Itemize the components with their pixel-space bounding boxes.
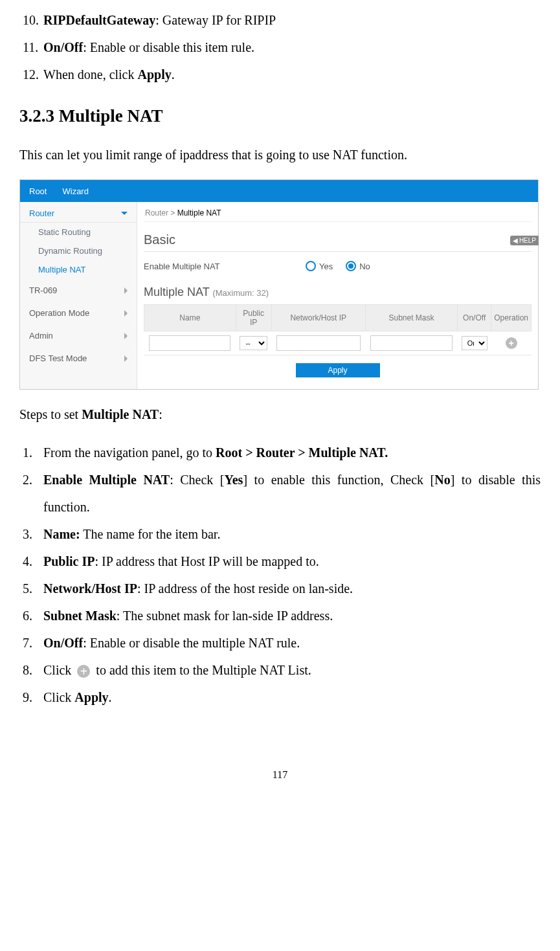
col-operation: Operation (491, 305, 532, 331)
tab-root[interactable]: Root (29, 180, 47, 202)
text: : Enable or disable the multiple NAT rul… (83, 636, 300, 650)
definition: : Gateway IP for RIPIP (155, 13, 276, 27)
radio-icon (306, 261, 316, 271)
radio-no[interactable]: No (346, 261, 370, 271)
step-8: 8. Click + to add this item to the Multi… (23, 656, 541, 684)
list-number: 4. (23, 548, 43, 575)
col-subnet-mask: Subnet Mask (365, 305, 457, 331)
sidebar-item-dynamic-routing[interactable]: Dynamic Routing (20, 241, 137, 260)
sidebar-label: Admin (29, 331, 53, 341)
sidebar-item-admin[interactable]: Admin (20, 324, 137, 347)
text: Steps to set (19, 407, 82, 421)
onoff-select[interactable]: On (462, 336, 487, 350)
multiple-nat-heading: Multiple NAT (Maximum: 32) (144, 285, 532, 299)
network-host-ip-input[interactable] (276, 335, 361, 351)
sidebar-label: Operation Mode (29, 308, 89, 318)
step-4: 4. Public IP: IP address that Host IP wi… (23, 548, 541, 575)
text: ] to enable this function, Check [ (243, 473, 434, 487)
text: to add this item to the Multiple NAT Lis… (93, 663, 311, 677)
text: : IP address of the host reside on lan-s… (137, 581, 353, 596)
sidebar-label: Router (29, 208, 54, 218)
sidebar-item-router[interactable]: Router (20, 202, 137, 223)
sidebar: Router Static Routing Dynamic Routing Mu… (20, 202, 137, 389)
bold: Apply (74, 690, 108, 704)
list-number: 1. (23, 439, 43, 466)
step-9: 9. Click Apply. (23, 684, 541, 711)
step-6: 6. Subnet Mask: The subnet mask for lan-… (23, 602, 541, 629)
page-number: 117 (19, 769, 541, 781)
step-3: 3. Name: The name for the item bar. (23, 520, 541, 548)
chevron-right-icon (124, 287, 128, 294)
chevron-right-icon (124, 355, 128, 362)
name-input[interactable] (149, 335, 230, 351)
text: . (109, 690, 112, 704)
list-number: 6. (23, 602, 43, 629)
text: The name for the item bar. (80, 527, 221, 541)
bold: Network/Host IP (43, 581, 137, 596)
list-item-10: 10. RIPDefaultGateway: Gateway IP for RI… (23, 6, 541, 34)
chevron-down-icon (121, 212, 128, 215)
bold: Multiple NAT (82, 407, 159, 421)
sidebar-item-static-routing[interactable]: Static Routing (20, 223, 137, 241)
list-number: 2. (23, 466, 43, 520)
list-item-12: 12. When done, click Apply. (23, 61, 541, 88)
chevron-right-icon (124, 310, 128, 317)
public-ip-select[interactable]: -- (240, 336, 267, 350)
bold: Yes (225, 473, 243, 487)
list-item-11: 11. On/Off: Enable or disable this item … (23, 34, 541, 61)
col-public-ip: Public IP (236, 305, 271, 331)
table-row: -- On + (144, 331, 532, 355)
radio-yes[interactable]: Yes (306, 261, 333, 271)
list-number: 5. (23, 575, 43, 602)
top-tabs: Root Wizard (20, 180, 538, 202)
step-1: 1. From the navigation panel, go to Root… (23, 439, 541, 466)
col-name: Name (144, 305, 236, 331)
help-button[interactable]: ◀ HELP (510, 236, 539, 245)
bold: Name: (43, 527, 80, 541)
plus-icon: + (77, 665, 90, 678)
breadcrumb: Router > Multiple NAT (144, 207, 532, 222)
list-number: 7. (23, 629, 43, 656)
text: . (172, 67, 175, 82)
bold: Enable Multiple NAT (43, 473, 170, 487)
text: Click (43, 690, 74, 704)
heading-sub: (Maximum: 32) (212, 288, 269, 298)
step-5: 5. Network/Host IP: IP address of the ho… (23, 575, 541, 602)
sidebar-item-multiple-nat[interactable]: Multiple NAT (20, 260, 137, 279)
bold: On/Off (43, 636, 83, 650)
document-page: 10. RIPDefaultGateway: Gateway IP for RI… (0, 0, 560, 807)
radio-icon (346, 261, 356, 271)
list-number: 3. (23, 520, 43, 548)
breadcrumb-prefix: Router > (145, 208, 177, 218)
text: : (159, 407, 162, 421)
add-icon[interactable]: + (506, 337, 517, 349)
sidebar-label: TR-069 (29, 285, 57, 295)
chevron-left-icon: ◀ (513, 237, 518, 244)
apply-button[interactable]: Apply (296, 363, 380, 377)
term: RIPDefaultGateway (43, 13, 155, 27)
subnet-mask-input[interactable] (370, 335, 453, 351)
bold: Root > Router > Multiple NAT. (216, 445, 388, 460)
steps-intro: Steps to set Multiple NAT: (19, 401, 541, 427)
bold: No (434, 473, 450, 487)
sidebar-item-dfs[interactable]: DFS Test Mode (20, 347, 137, 370)
sidebar-item-operation-mode[interactable]: Operation Mode (20, 302, 137, 324)
text: Click (43, 663, 74, 677)
section-heading: 3.2.3 Multiple NAT (19, 106, 541, 126)
help-label: HELP (519, 237, 536, 244)
sidebar-label: DFS Test Mode (29, 353, 87, 363)
list-number: 10. (23, 6, 43, 34)
radio-label: No (359, 262, 370, 271)
col-onoff: On/Off (458, 305, 491, 331)
breadcrumb-current: Multiple NAT (177, 208, 221, 218)
router-ui-screenshot: Root Wizard Router Static Routing Dynami… (19, 179, 539, 390)
step-2: 2. Enable Multiple NAT: Check [Yes] to e… (23, 466, 541, 520)
sidebar-item-tr069[interactable]: TR-069 (20, 279, 137, 302)
enable-nat-row: Enable Multiple NAT Yes No (144, 257, 532, 278)
heading-text: Multiple NAT (144, 285, 209, 298)
text: When done, click (43, 67, 138, 82)
list-number: 8. (23, 656, 43, 684)
intro-paragraph: This can let you limit range of ipaddres… (19, 142, 541, 168)
list-number: 12. (23, 61, 43, 88)
tab-wizard[interactable]: Wizard (62, 180, 88, 202)
